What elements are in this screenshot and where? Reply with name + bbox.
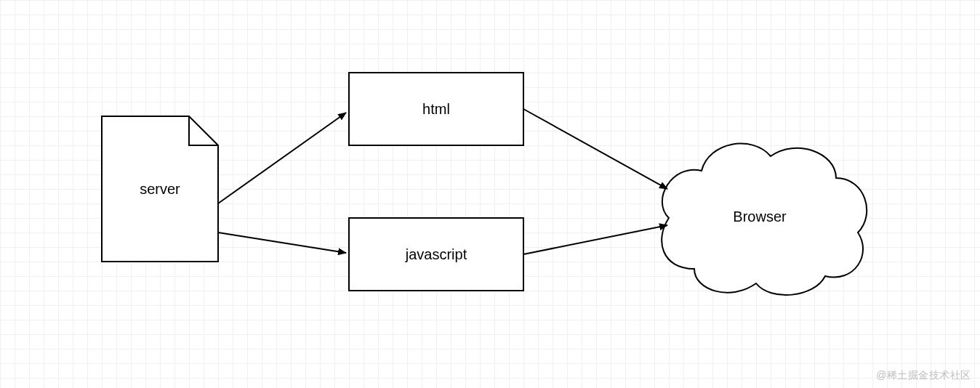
arrow-server-html (218, 113, 346, 203)
node-browser-label: Browser (733, 209, 787, 225)
diagram-canvas: server html javascript Browser (0, 0, 980, 388)
node-server-label: server (140, 181, 180, 197)
arrow-html-browser (523, 109, 667, 189)
arrow-server-javascript (218, 233, 346, 253)
node-javascript: javascript (349, 218, 523, 291)
node-html: html (349, 73, 523, 145)
node-server: server (102, 116, 218, 262)
node-html-label: html (422, 101, 450, 117)
watermark-text: @稀土掘金技术社区 (876, 369, 971, 382)
arrow-javascript-browser (523, 225, 667, 254)
node-javascript-label: javascript (405, 246, 467, 262)
node-browser: Browser (662, 144, 867, 295)
